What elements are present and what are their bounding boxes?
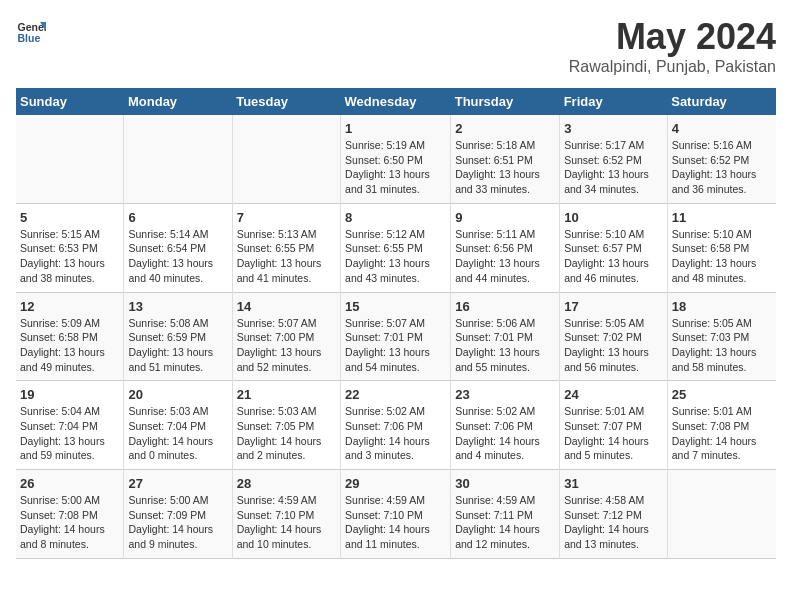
title-block: May 2024 Rawalpindi, Punjab, Pakistan xyxy=(569,16,776,76)
day-info: Sunrise: 5:01 AM Sunset: 7:08 PM Dayligh… xyxy=(672,404,772,463)
day-number: 7 xyxy=(237,210,336,225)
day-info: Sunrise: 5:02 AM Sunset: 7:06 PM Dayligh… xyxy=(345,404,446,463)
day-header-saturday: Saturday xyxy=(667,88,776,115)
day-number: 18 xyxy=(672,299,772,314)
calendar-cell xyxy=(667,470,776,559)
day-number: 27 xyxy=(128,476,227,491)
day-number: 22 xyxy=(345,387,446,402)
calendar-cell: 2Sunrise: 5:18 AM Sunset: 6:51 PM Daylig… xyxy=(451,115,560,203)
page-header: General Blue May 2024 Rawalpindi, Punjab… xyxy=(16,16,776,76)
calendar-cell: 1Sunrise: 5:19 AM Sunset: 6:50 PM Daylig… xyxy=(341,115,451,203)
day-info: Sunrise: 5:16 AM Sunset: 6:52 PM Dayligh… xyxy=(672,138,772,197)
day-info: Sunrise: 5:05 AM Sunset: 7:03 PM Dayligh… xyxy=(672,316,772,375)
calendar-cell: 6Sunrise: 5:14 AM Sunset: 6:54 PM Daylig… xyxy=(124,203,232,292)
day-info: Sunrise: 4:59 AM Sunset: 7:10 PM Dayligh… xyxy=(237,493,336,552)
day-info: Sunrise: 5:02 AM Sunset: 7:06 PM Dayligh… xyxy=(455,404,555,463)
week-row-2: 5Sunrise: 5:15 AM Sunset: 6:53 PM Daylig… xyxy=(16,203,776,292)
calendar-cell: 18Sunrise: 5:05 AM Sunset: 7:03 PM Dayli… xyxy=(667,292,776,381)
main-title: May 2024 xyxy=(569,16,776,58)
day-header-monday: Monday xyxy=(124,88,232,115)
calendar-cell: 25Sunrise: 5:01 AM Sunset: 7:08 PM Dayli… xyxy=(667,381,776,470)
day-number: 26 xyxy=(20,476,119,491)
day-number: 25 xyxy=(672,387,772,402)
day-number: 24 xyxy=(564,387,663,402)
day-info: Sunrise: 5:17 AM Sunset: 6:52 PM Dayligh… xyxy=(564,138,663,197)
day-number: 21 xyxy=(237,387,336,402)
calendar-cell: 19Sunrise: 5:04 AM Sunset: 7:04 PM Dayli… xyxy=(16,381,124,470)
calendar-cell: 16Sunrise: 5:06 AM Sunset: 7:01 PM Dayli… xyxy=(451,292,560,381)
day-info: Sunrise: 5:07 AM Sunset: 7:01 PM Dayligh… xyxy=(345,316,446,375)
day-info: Sunrise: 5:00 AM Sunset: 7:09 PM Dayligh… xyxy=(128,493,227,552)
day-number: 11 xyxy=(672,210,772,225)
day-info: Sunrise: 5:04 AM Sunset: 7:04 PM Dayligh… xyxy=(20,404,119,463)
calendar-cell: 23Sunrise: 5:02 AM Sunset: 7:06 PM Dayli… xyxy=(451,381,560,470)
calendar-cell: 8Sunrise: 5:12 AM Sunset: 6:55 PM Daylig… xyxy=(341,203,451,292)
day-info: Sunrise: 5:01 AM Sunset: 7:07 PM Dayligh… xyxy=(564,404,663,463)
calendar-cell: 22Sunrise: 5:02 AM Sunset: 7:06 PM Dayli… xyxy=(341,381,451,470)
calendar-cell xyxy=(232,115,340,203)
day-header-sunday: Sunday xyxy=(16,88,124,115)
day-info: Sunrise: 4:59 AM Sunset: 7:11 PM Dayligh… xyxy=(455,493,555,552)
day-info: Sunrise: 5:19 AM Sunset: 6:50 PM Dayligh… xyxy=(345,138,446,197)
day-info: Sunrise: 5:08 AM Sunset: 6:59 PM Dayligh… xyxy=(128,316,227,375)
days-header-row: SundayMondayTuesdayWednesdayThursdayFrid… xyxy=(16,88,776,115)
calendar-cell xyxy=(16,115,124,203)
day-info: Sunrise: 5:13 AM Sunset: 6:55 PM Dayligh… xyxy=(237,227,336,286)
day-number: 17 xyxy=(564,299,663,314)
day-info: Sunrise: 4:58 AM Sunset: 7:12 PM Dayligh… xyxy=(564,493,663,552)
calendar-cell: 4Sunrise: 5:16 AM Sunset: 6:52 PM Daylig… xyxy=(667,115,776,203)
calendar-cell: 3Sunrise: 5:17 AM Sunset: 6:52 PM Daylig… xyxy=(560,115,668,203)
day-number: 19 xyxy=(20,387,119,402)
calendar-cell: 28Sunrise: 4:59 AM Sunset: 7:10 PM Dayli… xyxy=(232,470,340,559)
day-number: 20 xyxy=(128,387,227,402)
svg-text:Blue: Blue xyxy=(18,32,41,44)
day-info: Sunrise: 5:12 AM Sunset: 6:55 PM Dayligh… xyxy=(345,227,446,286)
day-number: 16 xyxy=(455,299,555,314)
calendar-cell: 9Sunrise: 5:11 AM Sunset: 6:56 PM Daylig… xyxy=(451,203,560,292)
day-number: 28 xyxy=(237,476,336,491)
day-number: 5 xyxy=(20,210,119,225)
calendar-cell: 21Sunrise: 5:03 AM Sunset: 7:05 PM Dayli… xyxy=(232,381,340,470)
day-info: Sunrise: 5:18 AM Sunset: 6:51 PM Dayligh… xyxy=(455,138,555,197)
logo: General Blue xyxy=(16,16,46,46)
calendar-cell: 24Sunrise: 5:01 AM Sunset: 7:07 PM Dayli… xyxy=(560,381,668,470)
day-number: 29 xyxy=(345,476,446,491)
day-number: 12 xyxy=(20,299,119,314)
day-info: Sunrise: 5:15 AM Sunset: 6:53 PM Dayligh… xyxy=(20,227,119,286)
day-info: Sunrise: 5:10 AM Sunset: 6:58 PM Dayligh… xyxy=(672,227,772,286)
calendar-cell: 7Sunrise: 5:13 AM Sunset: 6:55 PM Daylig… xyxy=(232,203,340,292)
day-info: Sunrise: 5:14 AM Sunset: 6:54 PM Dayligh… xyxy=(128,227,227,286)
day-header-tuesday: Tuesday xyxy=(232,88,340,115)
day-info: Sunrise: 5:00 AM Sunset: 7:08 PM Dayligh… xyxy=(20,493,119,552)
calendar-cell: 17Sunrise: 5:05 AM Sunset: 7:02 PM Dayli… xyxy=(560,292,668,381)
day-info: Sunrise: 5:05 AM Sunset: 7:02 PM Dayligh… xyxy=(564,316,663,375)
day-number: 8 xyxy=(345,210,446,225)
calendar-cell: 31Sunrise: 4:58 AM Sunset: 7:12 PM Dayli… xyxy=(560,470,668,559)
calendar-cell: 12Sunrise: 5:09 AM Sunset: 6:58 PM Dayli… xyxy=(16,292,124,381)
calendar-cell: 11Sunrise: 5:10 AM Sunset: 6:58 PM Dayli… xyxy=(667,203,776,292)
day-header-wednesday: Wednesday xyxy=(341,88,451,115)
calendar-cell: 5Sunrise: 5:15 AM Sunset: 6:53 PM Daylig… xyxy=(16,203,124,292)
day-number: 4 xyxy=(672,121,772,136)
calendar-cell: 13Sunrise: 5:08 AM Sunset: 6:59 PM Dayli… xyxy=(124,292,232,381)
day-info: Sunrise: 5:03 AM Sunset: 7:05 PM Dayligh… xyxy=(237,404,336,463)
calendar-cell: 15Sunrise: 5:07 AM Sunset: 7:01 PM Dayli… xyxy=(341,292,451,381)
day-number: 30 xyxy=(455,476,555,491)
calendar-cell: 29Sunrise: 4:59 AM Sunset: 7:10 PM Dayli… xyxy=(341,470,451,559)
day-number: 9 xyxy=(455,210,555,225)
day-info: Sunrise: 4:59 AM Sunset: 7:10 PM Dayligh… xyxy=(345,493,446,552)
day-number: 13 xyxy=(128,299,227,314)
day-info: Sunrise: 5:07 AM Sunset: 7:00 PM Dayligh… xyxy=(237,316,336,375)
day-info: Sunrise: 5:06 AM Sunset: 7:01 PM Dayligh… xyxy=(455,316,555,375)
calendar-table: SundayMondayTuesdayWednesdayThursdayFrid… xyxy=(16,88,776,559)
calendar-cell: 30Sunrise: 4:59 AM Sunset: 7:11 PM Dayli… xyxy=(451,470,560,559)
day-number: 6 xyxy=(128,210,227,225)
calendar-cell xyxy=(124,115,232,203)
day-number: 1 xyxy=(345,121,446,136)
day-number: 15 xyxy=(345,299,446,314)
calendar-cell: 10Sunrise: 5:10 AM Sunset: 6:57 PM Dayli… xyxy=(560,203,668,292)
week-row-5: 26Sunrise: 5:00 AM Sunset: 7:08 PM Dayli… xyxy=(16,470,776,559)
calendar-cell: 26Sunrise: 5:00 AM Sunset: 7:08 PM Dayli… xyxy=(16,470,124,559)
day-header-friday: Friday xyxy=(560,88,668,115)
day-number: 23 xyxy=(455,387,555,402)
